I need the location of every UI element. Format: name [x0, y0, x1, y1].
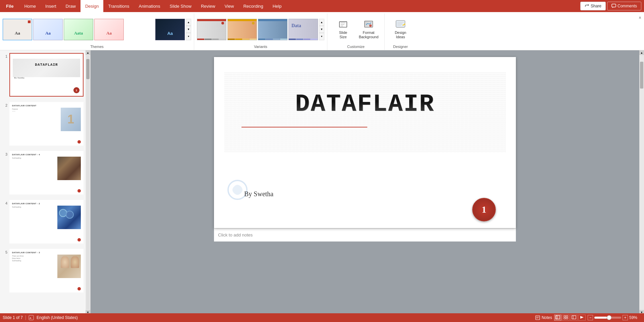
slide-thumb-3[interactable]: DATAFLAIR CONTENT - 4 Subheading	[9, 151, 84, 195]
format-background-label: FormatBackground	[359, 31, 379, 39]
tab-home[interactable]: Home	[19, 0, 41, 12]
zoom-slider-thumb[interactable]	[607, 315, 611, 320]
comments-button[interactable]: Comments	[607, 2, 641, 10]
slide-thumb-2-container[interactable]: 2 DATAFLAIR CONTENT Feature—— 1	[0, 99, 86, 148]
slide-thumb-3-container[interactable]: 3 DATAFLAIR CONTENT - 4 Subheading	[0, 148, 86, 197]
normal-view-icon	[555, 315, 560, 319]
slide-info: Slide 1 of 7	[3, 315, 23, 320]
tab-transitions[interactable]: Transitions	[103, 0, 134, 12]
tab-design[interactable]: Design	[80, 0, 103, 12]
slide-size-button[interactable]: SlideSize	[331, 17, 355, 42]
slide-thumb-5[interactable]: DATAFLAIR CONTENT - 3 There are threethr…	[9, 249, 84, 292]
theme-4-bars	[108, 37, 110, 39]
themes-scroll-up[interactable]: ▲	[186, 19, 191, 26]
zoom-slider[interactable]	[594, 317, 621, 319]
design-ideas-button[interactable]: DesignIdeas	[389, 17, 412, 42]
svg-rect-13	[536, 316, 540, 320]
variant-item-2[interactable]	[227, 19, 257, 40]
customize-buttons: SlideSize FormatBackground	[331, 15, 380, 44]
variants-scroll-down[interactable]: ▼	[319, 26, 324, 33]
theme-3-bars	[77, 37, 79, 39]
slide-4-dot	[77, 238, 81, 241]
slide-thumb-1[interactable]: DATAFLAIR By Swetha 1	[9, 53, 84, 97]
variant-item-4[interactable]: Data	[288, 19, 318, 40]
slide-1-number: 1	[2, 53, 7, 58]
tab-insert[interactable]: Insert	[41, 0, 61, 12]
status-bar: Slide 1 of 7 A English (United States) N…	[0, 313, 644, 322]
theme-item-5[interactable]: Aa	[125, 19, 154, 40]
variants-scroll-expand[interactable]: ▾	[319, 33, 324, 40]
share-button[interactable]: Share	[580, 2, 606, 10]
spell-check-icon[interactable]: A	[29, 315, 34, 320]
slide-title-area: DATAFLAIR	[214, 91, 516, 118]
notes-button[interactable]: Notes	[535, 315, 552, 320]
tab-review[interactable]: Review	[196, 0, 220, 12]
view-buttons	[554, 315, 586, 321]
slide-panel-scroll-track[interactable]	[86, 56, 90, 309]
slide-panel-wrapper: 1 DATAFLAIR By Swetha 1 2	[0, 50, 91, 315]
canvas-scroll-thumb[interactable]	[640, 62, 643, 89]
canvas-scroll-track[interactable]	[639, 55, 644, 310]
tab-view[interactable]: View	[220, 0, 239, 12]
slide-thumb-4-container[interactable]: 4 DATAFLAIR CONTENT - 2 Subheading	[0, 197, 86, 246]
slideshow-view-button[interactable]	[578, 315, 586, 321]
zoom-area: − + 59%	[588, 315, 641, 320]
canvas-scroll-up[interactable]: ▲	[639, 50, 644, 55]
variant-item-1[interactable]	[197, 19, 226, 40]
slide-1-title-thumb: DATAFLAIR	[35, 63, 58, 67]
slide-thumb-2[interactable]: DATAFLAIR CONTENT Feature—— 1	[9, 102, 84, 146]
reading-view-button[interactable]	[570, 315, 578, 321]
theme-item-3[interactable]: Aata	[64, 19, 93, 40]
slide-thumb-4[interactable]: DATAFLAIR CONTENT - 2 Subheading	[9, 200, 84, 244]
svg-rect-22	[572, 316, 576, 319]
slide-panel-scroll-up[interactable]: ▲	[86, 50, 90, 55]
slide-canvas[interactable]: DATAFLAIR By Swetha	[214, 57, 516, 228]
slide-2-title-thumb: DATAFLAIR CONTENT	[12, 105, 37, 107]
tab-file[interactable]: File	[0, 0, 19, 12]
reading-view-icon	[572, 315, 576, 319]
zoom-level: 59%	[629, 315, 641, 320]
variants-scroll-up[interactable]: ▲	[319, 19, 324, 26]
slide-thumb-1-container[interactable]: 1 DATAFLAIR By Swetha 1	[0, 50, 86, 99]
normal-view-button[interactable]	[554, 315, 561, 321]
format-background-icon	[363, 19, 374, 30]
tab-slideshow[interactable]: Slide Show	[165, 0, 196, 12]
svg-rect-19	[566, 316, 568, 317]
svg-rect-16	[556, 316, 560, 319]
zoom-in-button[interactable]: +	[623, 315, 628, 320]
themes-section: Aa Aa Aat	[0, 13, 194, 50]
themes-scroll-down[interactable]: ▼	[186, 26, 191, 33]
stamp-badge-number: 1	[482, 204, 486, 215]
theme-1-dot	[28, 20, 31, 23]
theme-item-2[interactable]: Aa	[33, 19, 63, 40]
tab-recording[interactable]: Recording	[238, 0, 268, 12]
design-ideas-icon	[394, 19, 407, 30]
svg-rect-20	[564, 318, 566, 319]
themes-scroll-expand[interactable]: ▾	[186, 33, 191, 40]
theme-5-label: Aa	[137, 31, 143, 36]
slide-3-dot	[77, 189, 81, 193]
designer-label: Designer	[393, 44, 408, 49]
tab-help[interactable]: Help	[268, 0, 286, 12]
slide-sorter-button[interactable]	[562, 315, 570, 321]
slide-panel-scrollbar: ▲ ▼	[86, 50, 90, 315]
theme-item-4[interactable]: Aa	[94, 19, 124, 40]
ribbon-collapse-area: ∧	[637, 13, 644, 50]
format-background-button[interactable]: FormatBackground	[357, 17, 380, 42]
variants-label: Variants	[197, 44, 324, 49]
svg-rect-18	[564, 316, 566, 317]
variant-item-3[interactable]	[258, 19, 287, 40]
slide-1-subtitle-thumb: By Swetha	[14, 76, 24, 79]
slide-panel-scroll-thumb[interactable]	[86, 59, 90, 79]
theme-item-6[interactable]: Aa	[155, 19, 185, 40]
canvas-right-scrollbar: ▲ ▼	[639, 50, 644, 315]
tab-draw[interactable]: Draw	[61, 0, 80, 12]
slide-3-number: 3	[2, 151, 7, 156]
notes-area[interactable]: Click to add notes	[214, 228, 516, 241]
ribbon-collapse-button[interactable]: ∧	[637, 15, 643, 20]
tab-animations[interactable]: Animations	[134, 0, 165, 12]
zoom-out-button[interactable]: −	[588, 315, 593, 320]
slide-thumb-5-container[interactable]: 5 DATAFLAIR CONTENT - 3 There are threet…	[0, 246, 86, 295]
theme-item-1[interactable]: Aa	[3, 19, 32, 40]
title-underline	[241, 127, 367, 127]
